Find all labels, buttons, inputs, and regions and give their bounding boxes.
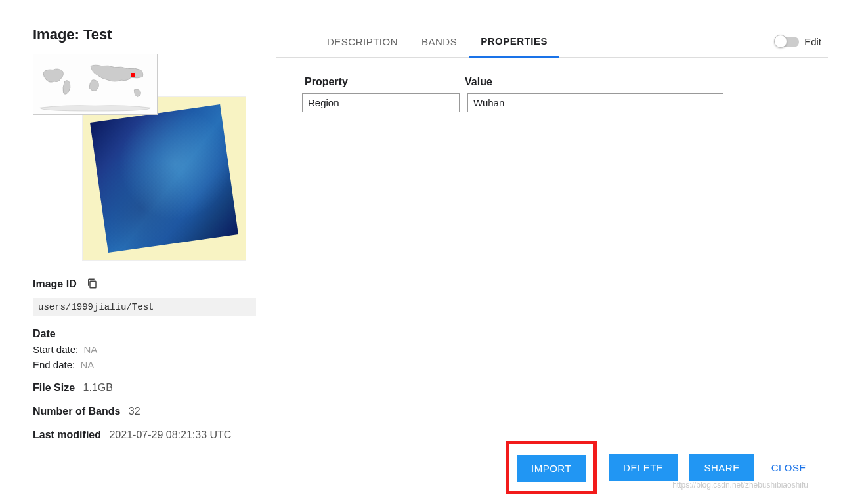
start-date-label: Start date:	[33, 344, 78, 355]
end-date-value: NA	[80, 359, 94, 370]
share-button[interactable]: SHARE	[689, 454, 754, 481]
minimap-thumbnail	[33, 54, 158, 115]
satellite-tile	[90, 104, 238, 253]
delete-button[interactable]: DELETE	[609, 454, 678, 481]
file-size-label: File Size	[33, 382, 75, 394]
copy-icon[interactable]	[86, 277, 98, 293]
property-header-value: Value	[465, 76, 492, 88]
property-value-cell: Wuhan	[467, 93, 723, 112]
property-key-cell: Region	[302, 93, 460, 112]
tabs-row: DESCRIPTION BANDS PROPERTIES Edit	[276, 26, 828, 58]
date-heading: Date	[33, 328, 56, 340]
minimap-marker	[131, 73, 135, 77]
tab-bands[interactable]: BANDS	[410, 27, 469, 56]
last-modified-value: 2021-07-29 08:21:33 UTC	[109, 429, 231, 440]
button-bar: IMPORT DELETE SHARE CLOSE	[506, 441, 811, 494]
edit-label: Edit	[804, 36, 821, 47]
tab-properties[interactable]: PROPERTIES	[469, 26, 559, 58]
preview-area	[33, 54, 256, 264]
last-modified-label: Last modified	[33, 429, 101, 441]
svg-rect-1	[90, 281, 96, 288]
import-button[interactable]: IMPORT	[517, 455, 586, 482]
close-button[interactable]: CLOSE	[766, 454, 811, 481]
property-row: Region Wuhan	[302, 93, 802, 112]
image-preview	[82, 96, 246, 261]
property-header-key: Property	[302, 76, 433, 88]
tab-description[interactable]: DESCRIPTION	[315, 27, 410, 56]
image-id-label: Image ID	[33, 278, 77, 290]
edit-toggle[interactable]	[775, 37, 799, 47]
end-date-label: End date:	[33, 359, 75, 370]
file-size-value: 1.1GB	[83, 382, 112, 393]
image-id-value: users/1999jialiu/Test	[33, 298, 256, 316]
start-date-value: NA	[83, 344, 97, 355]
import-highlight-box: IMPORT	[506, 441, 597, 494]
bands-label: Number of Bands	[33, 406, 120, 417]
page-title: Image: Test	[33, 26, 256, 43]
bands-value: 32	[129, 406, 140, 417]
